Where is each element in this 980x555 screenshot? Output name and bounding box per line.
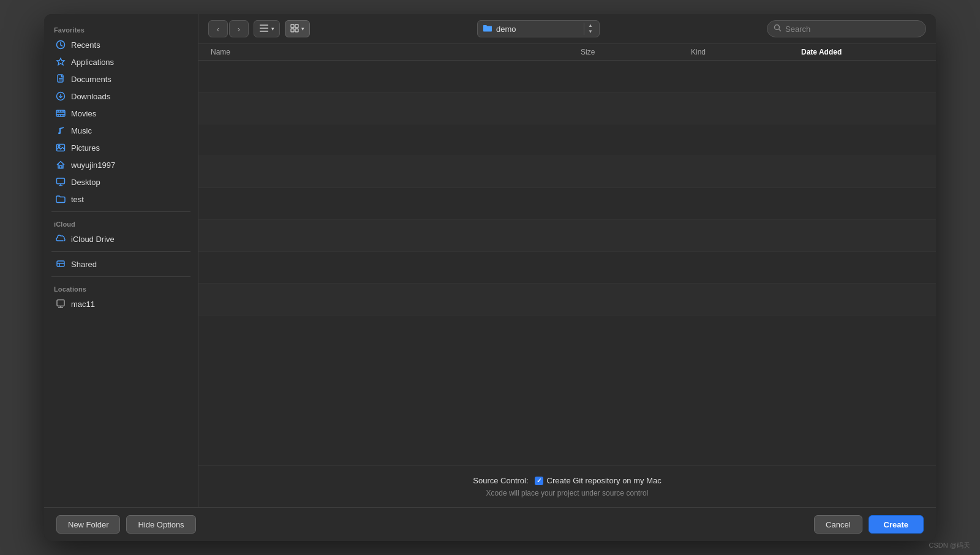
create-button[interactable]: Create: [869, 515, 924, 534]
stepper-up[interactable]: ▲: [587, 23, 594, 29]
stepper-down[interactable]: ▼: [587, 29, 594, 35]
bottom-left: New Folder Hide Options: [56, 515, 196, 534]
icloud-header: iCloud: [44, 216, 198, 230]
location-stepper[interactable]: ▲ ▼: [584, 23, 594, 35]
col-size-header: Size: [581, 48, 691, 56]
dialog-top: Favorites Recents Application: [44, 14, 936, 507]
options-area: Source Control: Create Git repository on…: [198, 466, 936, 507]
svg-rect-26: [57, 300, 64, 306]
git-checkbox-label: Create Git repository on my Mac: [547, 476, 662, 485]
hide-options-button[interactable]: Hide Options: [126, 515, 195, 534]
search-bar[interactable]: [767, 20, 926, 37]
svg-point-18: [58, 146, 60, 148]
sidebar-item-wuyujin1997-label: wuyujin1997: [71, 160, 115, 170]
sidebar-item-applications[interactable]: Applications: [48, 53, 194, 70]
svg-point-36: [775, 25, 780, 30]
svg-rect-20: [57, 178, 65, 184]
svg-rect-19: [59, 166, 62, 168]
new-folder-button[interactable]: New Folder: [56, 515, 120, 534]
back-button[interactable]: ‹: [208, 20, 228, 37]
checkbox-wrapper[interactable]: Create Git repository on my Mac: [535, 476, 662, 485]
svg-line-2: [61, 45, 62, 47]
col-name-header: Name: [198, 48, 581, 56]
cancel-button[interactable]: Cancel: [814, 515, 862, 534]
sidebar-item-desktop[interactable]: Desktop: [48, 173, 194, 191]
folder-icon: [55, 194, 66, 205]
save-dialog: Favorites Recents Application: [44, 14, 936, 541]
sidebar-item-wuyujin1997[interactable]: wuyujin1997: [48, 156, 194, 173]
sidebar-item-test-label: test: [71, 195, 84, 204]
list-view-button[interactable]: ▾: [254, 20, 280, 37]
icloud-icon: [55, 233, 66, 244]
table-row[interactable]: [198, 220, 936, 252]
downloads-icon: [55, 91, 66, 102]
table-row[interactable]: [198, 124, 936, 156]
col-date-header: Date Added: [801, 48, 936, 56]
col-kind-header: Kind: [691, 48, 801, 56]
chevron-left-icon: ‹: [217, 25, 219, 34]
sidebar-item-documents[interactable]: Documents: [48, 70, 194, 88]
sidebar-item-recents[interactable]: Recents: [48, 36, 194, 53]
svg-rect-32: [291, 25, 294, 28]
sidebar-item-test[interactable]: test: [48, 191, 194, 208]
sidebar-item-pictures-label: Pictures: [71, 143, 100, 153]
table-row[interactable]: [198, 156, 936, 188]
list-view-chevron-icon: ▾: [271, 26, 274, 32]
source-hint: Xcode will place your project under sour…: [211, 489, 924, 497]
sidebar-item-pictures[interactable]: Pictures: [48, 139, 194, 156]
music-icon: [55, 125, 66, 136]
location-input-wrapper[interactable]: demo ▲ ▼: [477, 20, 600, 37]
toolbar: ‹ › ▾: [198, 14, 936, 44]
sidebar-item-music-label: Music: [71, 126, 92, 135]
file-list-header: Name Size Kind Date Added: [198, 44, 936, 61]
watermark: CSDN @码天: [929, 541, 970, 550]
search-icon: [774, 23, 782, 34]
desktop-icon: [55, 176, 66, 187]
table-row[interactable]: [198, 61, 936, 92]
grid-icon: [290, 24, 299, 34]
sidebar-divider-3: [51, 276, 190, 277]
folder-blue-icon: [483, 24, 492, 34]
grid-view-chevron-icon: ▾: [301, 26, 304, 32]
bottom-right: Cancel Create: [814, 515, 924, 534]
table-row[interactable]: [198, 252, 936, 284]
shared-icon: [55, 259, 66, 270]
sidebar-item-documents-label: Documents: [71, 75, 111, 84]
grid-view-button[interactable]: ▾: [285, 20, 310, 37]
sidebar-divider-1: [51, 211, 190, 212]
sidebar-item-icloud-drive-label: iCloud Drive: [71, 235, 115, 244]
table-row[interactable]: [198, 284, 936, 315]
source-control-row: Source Control: Create Git repository on…: [211, 476, 924, 485]
sidebar-item-movies[interactable]: Movies: [48, 105, 194, 122]
sidebar-item-movies-label: Movies: [71, 109, 96, 118]
git-checkbox[interactable]: [535, 477, 543, 485]
home-icon: [55, 159, 66, 170]
svg-rect-17: [57, 145, 65, 151]
clock-icon: [55, 39, 66, 50]
doc-icon: [55, 74, 66, 85]
bottom-bar: New Folder Hide Options Cancel Create: [44, 507, 936, 541]
sidebar-item-mac11[interactable]: mac11: [48, 295, 194, 312]
file-rows: [198, 61, 936, 466]
svg-line-37: [779, 29, 782, 32]
sidebar-item-shared[interactable]: Shared: [48, 255, 194, 273]
sidebar-item-applications-label: Applications: [71, 58, 114, 67]
favorites-header: Favorites: [44, 21, 198, 36]
sidebar-item-recents-label: Recents: [71, 40, 100, 50]
svg-rect-35: [295, 29, 298, 32]
svg-rect-33: [295, 25, 298, 28]
nav-btn-group: ‹ ›: [208, 20, 249, 37]
sidebar-divider-2: [51, 251, 190, 252]
table-row[interactable]: [198, 92, 936, 124]
svg-rect-34: [291, 29, 294, 32]
search-input[interactable]: [785, 25, 919, 34]
sidebar-item-music[interactable]: Music: [48, 122, 194, 139]
table-row[interactable]: [198, 188, 936, 220]
locations-header: Locations: [44, 281, 198, 295]
main-content: ‹ › ▾: [198, 14, 936, 507]
sidebar: Favorites Recents Application: [44, 14, 198, 507]
sidebar-item-desktop-label: Desktop: [71, 178, 100, 187]
sidebar-item-downloads[interactable]: Downloads: [48, 88, 194, 105]
sidebar-item-icloud-drive[interactable]: iCloud Drive: [48, 230, 194, 247]
forward-button[interactable]: ›: [229, 20, 249, 37]
